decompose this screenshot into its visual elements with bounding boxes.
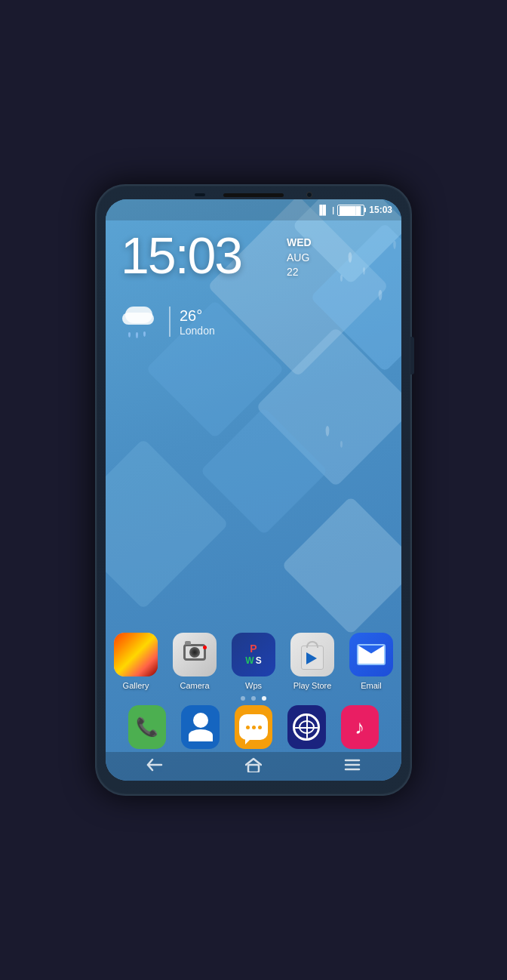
gallery-icon: [114, 633, 158, 676]
app-icon-camera[interactable]: Camera: [173, 633, 217, 690]
menu-button[interactable]: [344, 759, 361, 774]
back-button[interactable]: [146, 758, 163, 775]
speaker-grill: [223, 193, 284, 197]
app-label-playstore: Play Store: [293, 681, 332, 690]
weather-icon: [121, 305, 160, 338]
phone-screen: ▐▌ | ████ 15:03 15:03 WED AUG 22: [106, 199, 401, 781]
weather-city: London: [180, 325, 215, 337]
app-icon-playstore[interactable]: Play Store: [290, 633, 334, 690]
weather-widget: 26° London: [121, 305, 215, 338]
app-grid: Gallery Camera: [106, 633, 401, 690]
clock-widget: 15:03 WED AUG 22: [121, 230, 241, 281]
signal-icon-extra: |: [332, 206, 334, 214]
dock-icon-phone[interactable]: 📞: [128, 705, 166, 749]
clock-month-date: AUG 22: [287, 251, 312, 280]
svg-rect-1: [248, 765, 259, 772]
app-label-camera: Camera: [180, 681, 209, 690]
wps-icon: P WS: [232, 633, 275, 676]
battery-icon: ████: [337, 205, 364, 216]
page-dots: [106, 696, 401, 701]
email-icon: [349, 633, 393, 676]
app-icon-email[interactable]: Email: [349, 633, 393, 690]
app-label-wps: Wps: [245, 681, 262, 690]
dock-icon-contacts[interactable]: [181, 705, 219, 749]
app-icon-gallery[interactable]: Gallery: [114, 633, 158, 690]
clock-date: WED AUG 22: [287, 236, 312, 280]
page-dot-1[interactable]: [241, 696, 245, 701]
dock-icon-music[interactable]: ♪: [341, 705, 379, 749]
app-label-email: Email: [361, 681, 382, 690]
dock-icon-browser[interactable]: [287, 705, 325, 749]
clock-date-num: 22: [287, 266, 299, 278]
signal-icon: ▐▌: [316, 205, 329, 215]
phone-device: ▐▌ | ████ 15:03 15:03 WED AUG 22: [95, 184, 412, 796]
app-label-gallery: Gallery: [123, 681, 149, 690]
page-dot-2[interactable]: [251, 696, 256, 701]
wallpaper: [106, 199, 401, 781]
front-camera: [306, 192, 312, 198]
dock-icon-messages[interactable]: [235, 705, 272, 749]
clock-month: AUG: [287, 251, 309, 263]
clock-time: 15:03: [121, 230, 241, 281]
weather-divider: [169, 307, 171, 337]
status-time: 15:03: [369, 205, 392, 215]
app-icon-wps[interactable]: P WS Wps: [232, 633, 275, 690]
weather-info: 26° London: [180, 307, 215, 337]
home-button[interactable]: [245, 757, 262, 775]
page-dot-3[interactable]: [262, 696, 266, 701]
sensor: [195, 193, 205, 196]
status-bar: ▐▌ | ████ 15:03: [106, 199, 401, 220]
dock: 📞: [106, 705, 401, 749]
weather-temp: 26°: [180, 307, 215, 325]
clock-day: WED: [287, 236, 312, 251]
nav-bar: [106, 752, 401, 781]
playstore-icon: [290, 633, 334, 676]
camera-icon: [173, 633, 217, 676]
